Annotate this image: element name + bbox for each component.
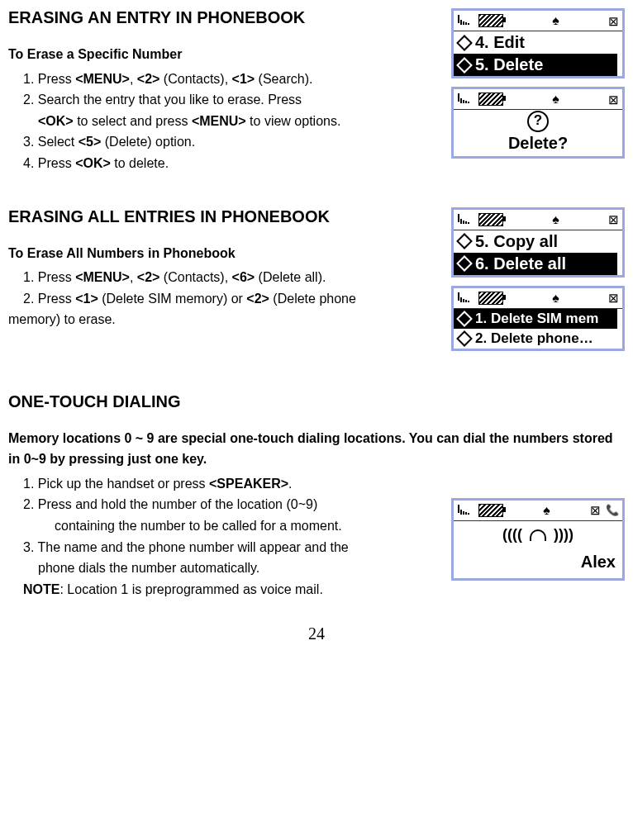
key-menu: <MENU> — [75, 270, 130, 284]
handset-icon — [530, 529, 546, 541]
list-label: 5. Copy all — [475, 232, 558, 251]
section-erase-all: ERASING ALL ENTRIES IN PHONEBOOK To Eras… — [8, 207, 625, 351]
text: to delete. — [111, 156, 169, 170]
step-line: 4. Press <OK> to delete. — [8, 153, 436, 174]
step-line: 2. Press and hold the number of the loca… — [8, 494, 436, 515]
phone-screen-delete-options: ♠ ⊠ 1. Delete SIM mem 2. Delete phone… — [451, 286, 625, 351]
key-6: <6> — [232, 270, 255, 284]
list-item-selected: 1. Delete SIM mem — [454, 309, 622, 329]
battery-icon — [478, 213, 503, 226]
phone-screen-edit-delete: ♠ ⊠ 4. Edit 5. Delete — [451, 8, 625, 78]
status-bar: ♠ ⊠ 📞 — [454, 501, 622, 521]
text: (Delete) option. — [101, 135, 195, 149]
hourglass-icon — [456, 311, 473, 327]
screen-body: 4. Edit 5. Delete — [454, 31, 622, 76]
text: 2. Press — [23, 292, 75, 306]
list-item: 5. Copy all — [454, 230, 622, 253]
text: , — [130, 270, 137, 284]
battery-icon — [478, 504, 503, 517]
content-body: To Erase a Specific Number 1. Press <MEN… — [8, 44, 436, 174]
list-item-selected: 5. Delete — [454, 54, 622, 76]
battery-icon — [478, 292, 503, 305]
signal-icon — [457, 92, 474, 107]
status-left — [457, 13, 503, 28]
step-line: 2. Search the entry that you like to era… — [8, 89, 436, 111]
status-left — [457, 291, 503, 306]
phone-screen-copy-deleteall: ♠ ⊠ 5. Copy all 6. Delete all — [451, 207, 625, 278]
screens-column: ♠ ⊠ 📞 (((( )))) Alex — [451, 473, 625, 581]
step-line: 3. The name and the phone number will ap… — [8, 537, 436, 558]
call-animation: (((( )))) — [454, 521, 622, 548]
text: (Delete all). — [255, 270, 326, 284]
bell-icon: ♠ — [543, 504, 550, 517]
status-bar: ♠ ⊠ — [454, 11, 622, 31]
text: 1. Pick up the handset or press — [23, 477, 209, 491]
hourglass-icon — [456, 57, 473, 74]
list-item: 2. Delete phone… — [454, 329, 622, 349]
signal-icon — [457, 13, 474, 28]
note-line: NOTE: Location 1 is preprogrammed as voi… — [8, 579, 436, 600]
phone-screen-delete-confirm: ♠ ⊠ ? Delete? — [451, 87, 625, 159]
text: to select and press — [74, 114, 192, 128]
phone-screen-calling: ♠ ⊠ 📞 (((( )))) Alex — [451, 498, 625, 581]
list-item-selected: 6. Delete all — [454, 253, 622, 275]
heading-erase-entry: ERASING AN ENTRY IN PHONEBOOK — [8, 8, 436, 27]
question-icon: ? — [454, 110, 622, 132]
step-line: <OK> to select and press <MENU> to view … — [8, 111, 436, 132]
text: (Search). — [255, 72, 312, 86]
section-one-touch: ONE-TOUCH DIALING Memory locations 0 ~ 9… — [8, 392, 625, 600]
key-ok: <OK> — [38, 114, 74, 128]
step-line: memory) to erase. — [8, 309, 436, 330]
key-menu: <MENU> — [75, 72, 130, 86]
subheading: To Erase a Specific Number — [8, 44, 436, 65]
status-right: ⊠ 📞 — [590, 504, 619, 516]
page-number: 24 — [8, 624, 625, 643]
screens-column: ♠ ⊠ 4. Edit 5. Delete ♠ ⊠ ? Delete? — [451, 8, 625, 159]
screens-column: ♠ ⊠ 5. Copy all 6. Delete all ♠ ⊠ 1. Del… — [451, 207, 625, 351]
bell-icon: ♠ — [552, 213, 559, 226]
key-ok: <OK> — [75, 156, 111, 170]
envelope-icon: ⊠ — [608, 292, 619, 304]
hourglass-icon — [456, 330, 473, 347]
step-line: containing the number to be called for a… — [8, 515, 436, 537]
key-menu: <MENU> — [192, 114, 246, 128]
list-label: 1. Delete SIM mem — [475, 311, 598, 327]
text-column: ERASING AN ENTRY IN PHONEBOOK To Erase a… — [8, 8, 436, 174]
list-item: 4. Edit — [454, 31, 622, 54]
status-bar: ♠ ⊠ — [454, 210, 622, 230]
list-label: 4. Edit — [475, 33, 525, 52]
screen-body: ? Delete? — [454, 110, 622, 156]
key-2: <2> — [137, 72, 160, 86]
text: 3. Select — [23, 135, 79, 149]
key-speaker: <SPEAKER> — [209, 477, 288, 491]
hourglass-icon — [456, 233, 473, 249]
subheading: To Erase All Numbers in Phonebook — [8, 243, 436, 264]
signal-icon — [457, 500, 474, 521]
text: , — [130, 72, 137, 86]
list-label: 5. Delete — [475, 55, 543, 74]
battery-icon — [478, 93, 503, 106]
signal-icon — [457, 291, 474, 306]
key-1: <1> — [232, 72, 255, 86]
battery-icon — [478, 14, 503, 27]
key-1: <1> — [75, 292, 98, 306]
envelope-icon: ⊠ — [590, 504, 601, 516]
hourglass-icon — [456, 255, 473, 272]
key-2: <2> — [137, 270, 160, 284]
status-left — [457, 500, 503, 521]
text: (Delete SIM memory) or — [98, 292, 247, 306]
envelope-icon: ⊠ — [608, 213, 619, 225]
text: 1. Press — [23, 72, 75, 86]
step-line: 1. Press <MENU>, <2> (Contacts), <6> (De… — [8, 267, 436, 288]
text: 4. Press — [23, 156, 75, 170]
status-left — [457, 212, 503, 227]
speaker-icon: 📞 — [606, 505, 619, 515]
heading-one-touch: ONE-TOUCH DIALING — [8, 392, 625, 411]
step-line: 1. Pick up the handset or press <SPEAKER… — [8, 473, 436, 495]
key-5: <5> — [79, 135, 102, 149]
screen-body: 5. Copy all 6. Delete all — [454, 230, 622, 275]
text: to view options. — [246, 114, 341, 128]
text: (Delete phone — [269, 292, 356, 306]
signal-icon — [457, 212, 474, 227]
status-bar: ♠ ⊠ — [454, 288, 622, 309]
